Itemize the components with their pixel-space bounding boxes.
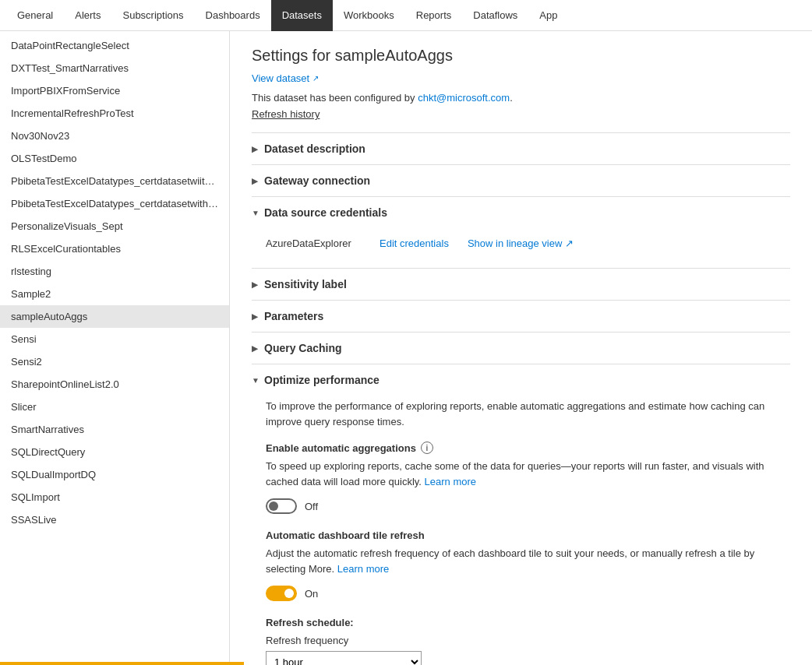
- chevron-optimize-performance: [252, 376, 259, 384]
- content-area: Settings for sampleAutoAggs View dataset…: [230, 31, 812, 665]
- section-parameters: Parameters: [252, 300, 790, 332]
- bottom-bar: [0, 662, 812, 665]
- info-icon[interactable]: i: [421, 442, 433, 454]
- section-header-gateway-connection[interactable]: Gateway connection: [252, 165, 790, 196]
- auto-agg-learn-more[interactable]: Learn more: [425, 476, 476, 487]
- chevron-parameters: [252, 312, 259, 320]
- auto-agg-desc: To speed up exploring reports, cache som…: [266, 459, 776, 489]
- sidebar: DataPointRectangleSelectDXTTest_SmartNar…: [0, 31, 230, 665]
- config-email-link[interactable]: chkt@microsoft.com: [418, 92, 510, 104]
- sidebar-item-SQLDualImportDQ[interactable]: SQLDualImportDQ: [0, 463, 229, 486]
- section-gateway-connection: Gateway connection: [252, 164, 790, 196]
- sidebar-item-DataPointRectangleSelect[interactable]: DataPointRectangleSelect: [0, 34, 229, 57]
- dashboard-refresh-learn-more[interactable]: Learn more: [337, 563, 389, 575]
- chevron-data-source-credentials: [252, 209, 259, 216]
- refresh-freq-label: Refresh frequency: [266, 635, 776, 646]
- nav-tab-dataflows[interactable]: Dataflows: [462, 0, 528, 31]
- datasource-row: AzureDataExplorerEdit credentials Show i…: [266, 231, 776, 255]
- auto-agg-toggle[interactable]: [266, 498, 297, 514]
- chevron-gateway-connection: [252, 177, 259, 185]
- datasource-name: AzureDataExplorer: [266, 238, 367, 249]
- sidebar-item-PbibetaTestExcelDatatypes_certdatasetwithfeatur[interactable]: PbibetaTestExcelDatatypes_certdatasetwii…: [0, 170, 229, 192]
- chevron-query-caching: [252, 344, 259, 352]
- nav-tab-workbooks[interactable]: Workbooks: [333, 0, 405, 31]
- section-content-optimize-performance: To improve the performance of exploring …: [252, 396, 790, 665]
- nav-tab-subscriptions[interactable]: Subscriptions: [111, 0, 194, 31]
- nav-tab-app[interactable]: App: [528, 0, 568, 31]
- dashboard-refresh-desc: Adjust the automatic refresh frequency o…: [266, 546, 776, 576]
- page-title: Settings for sampleAutoAggs: [252, 47, 790, 65]
- sidebar-item-OLSTestDemo[interactable]: OLSTestDemo: [0, 147, 229, 170]
- nav-tab-dashboards[interactable]: Dashboards: [195, 0, 271, 31]
- sidebar-item-Slicer[interactable]: Slicer: [0, 396, 229, 418]
- dashboard-refresh-toggle-row: On: [266, 586, 776, 601]
- section-dataset-description: Dataset description: [252, 132, 790, 164]
- chevron-sensitivity-label: [252, 280, 259, 288]
- sidebar-item-RLSExcelCurationtables[interactable]: RLSExcelCurationtables: [0, 238, 229, 260]
- dashboard-refresh-toggle[interactable]: [266, 586, 297, 601]
- sidebar-item-Nov30Nov23[interactable]: Nov30Nov23: [0, 125, 229, 147]
- top-navigation: GeneralAlertsSubscriptionsDashboardsData…: [0, 0, 812, 31]
- sidebar-item-IncrementalRefreshProTest[interactable]: IncrementalRefreshProTest: [0, 102, 229, 125]
- refresh-schedule-title: Refresh schedule:: [266, 617, 776, 628]
- section-data-source-credentials: Data source credentialsAzureDataExplorer…: [252, 196, 790, 268]
- section-label-gateway-connection: Gateway connection: [264, 174, 370, 187]
- edit-credentials-link[interactable]: Edit credentials: [380, 238, 449, 249]
- auto-agg-toggle-row: Off: [266, 498, 776, 514]
- section-header-data-source-credentials[interactable]: Data source credentials: [252, 197, 790, 228]
- section-label-optimize-performance: Optimize performance: [264, 374, 380, 386]
- sidebar-item-Sample2[interactable]: Sample2: [0, 283, 229, 305]
- datasource-actions: Edit credentials Show in lineage view ↗: [380, 238, 574, 249]
- sidebar-item-rlstesting[interactable]: rlstesting: [0, 260, 229, 283]
- section-header-parameters[interactable]: Parameters: [252, 301, 790, 332]
- nav-tab-reports[interactable]: Reports: [405, 0, 463, 31]
- section-label-dataset-description: Dataset description: [264, 142, 365, 155]
- sidebar-item-SQLDirectQuery[interactable]: SQLDirectQuery: [0, 441, 229, 463]
- section-label-query-caching: Query Caching: [264, 342, 342, 354]
- view-dataset-link[interactable]: View dataset ↗: [252, 72, 319, 84]
- section-query-caching: Query Caching: [252, 332, 790, 364]
- section-label-parameters: Parameters: [264, 310, 323, 322]
- sidebar-item-SharepointOnlineList2.0[interactable]: SharepointOnlineList2.0: [0, 373, 229, 396]
- sidebar-item-Sensi2[interactable]: Sensi2: [0, 350, 229, 373]
- auto-agg-toggle-label: Off: [305, 501, 318, 512]
- config-text: This dataset has been configured by chkt…: [252, 92, 790, 104]
- main-layout: DataPointRectangleSelectDXTTest_SmartNar…: [0, 31, 812, 665]
- section-label-sensitivity-label: Sensitivity label: [264, 278, 347, 290]
- dashboard-refresh-title: Automatic dashboard tile refresh: [266, 530, 776, 541]
- nav-tab-general[interactable]: General: [6, 0, 64, 31]
- sidebar-item-SmartNarratives[interactable]: SmartNarratives: [0, 418, 229, 441]
- external-link-icon: ↗: [312, 74, 319, 83]
- sidebar-item-ImportPBIXFromService[interactable]: ImportPBIXFromService: [0, 79, 229, 102]
- refresh-history-link[interactable]: Refresh history: [252, 108, 320, 120]
- sidebar-item-DXTTest_SmartNarratives[interactable]: DXTTest_SmartNarratives: [0, 57, 229, 79]
- sidebar-item-sampleAutoAggs[interactable]: sampleAutoAggs: [0, 305, 229, 328]
- optimize-desc: To improve the performance of exploring …: [266, 399, 776, 429]
- auto-agg-title: Enable automatic aggregationsi: [266, 442, 776, 454]
- section-content-data-source-credentials: AzureDataExplorerEdit credentials Show i…: [252, 228, 790, 268]
- chevron-dataset-description: [252, 145, 259, 153]
- section-header-query-caching[interactable]: Query Caching: [252, 332, 790, 364]
- nav-tab-alerts[interactable]: Alerts: [64, 0, 111, 31]
- sections-container: Dataset descriptionGateway connectionDat…: [252, 132, 790, 665]
- section-sensitivity-label: Sensitivity label: [252, 268, 790, 300]
- sidebar-item-PbibetaTestExcelDatatypes_certdatasetwithoutfez[interactable]: PbibetaTestExcelDatatypes_certdatasetwit…: [0, 192, 229, 215]
- section-header-sensitivity-label[interactable]: Sensitivity label: [252, 269, 790, 300]
- section-header-optimize-performance[interactable]: Optimize performance: [252, 364, 790, 396]
- nav-tab-datasets[interactable]: Datasets: [271, 0, 333, 31]
- sidebar-item-Sensi[interactable]: Sensi: [0, 328, 229, 350]
- sidebar-item-SQLImport[interactable]: SQLImport: [0, 486, 229, 508]
- section-label-data-source-credentials: Data source credentials: [264, 206, 387, 219]
- section-header-dataset-description[interactable]: Dataset description: [252, 133, 790, 164]
- sidebar-item-PersonalizeVisuals_Sept[interactable]: PersonalizeVisuals_Sept: [0, 215, 229, 238]
- sidebar-item-SSASLive[interactable]: SSASLive: [0, 508, 229, 531]
- dashboard-refresh-toggle-label: On: [305, 588, 318, 600]
- lineage-view-link[interactable]: Show in lineage view ↗: [468, 238, 574, 249]
- section-optimize-performance: Optimize performanceTo improve the perfo…: [252, 364, 790, 665]
